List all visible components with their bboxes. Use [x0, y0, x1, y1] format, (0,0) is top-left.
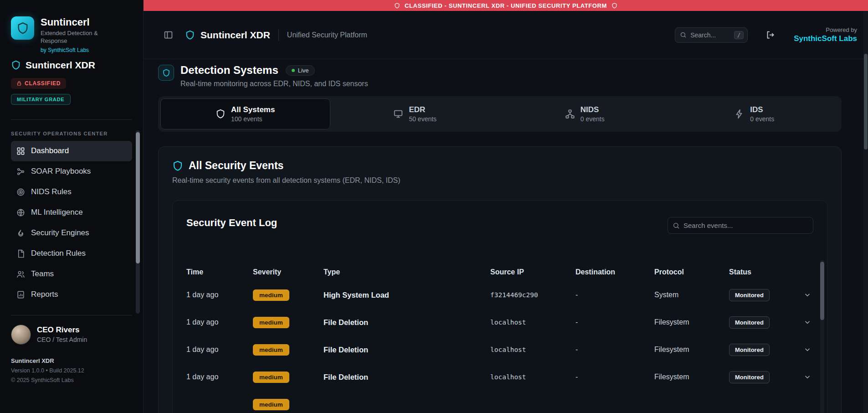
- logout-button[interactable]: [764, 28, 777, 41]
- tab-all-systems[interactable]: All Systems 100 events: [160, 98, 330, 129]
- column-header-time: Time: [186, 268, 253, 276]
- header-divider: [278, 29, 279, 41]
- sidebar-scrollbar-thumb[interactable]: [136, 132, 140, 263]
- status-badge: Monitored: [729, 371, 770, 383]
- column-header-destination: Destination: [575, 268, 654, 276]
- target-icon: [16, 188, 25, 196]
- page-scrollbar[interactable]: [863, 11, 868, 413]
- chevron-down-icon[interactable]: [803, 346, 813, 354]
- tab-ids[interactable]: IDS 0 events: [670, 98, 840, 129]
- report-icon: [16, 290, 25, 299]
- classified-banner: CLASSIFIED - SUNTINCERL XDR - UNIFIED SE…: [144, 0, 868, 11]
- network-icon: [565, 109, 575, 119]
- status-badge: Monitored: [729, 289, 770, 301]
- severity-badge: medium: [253, 399, 289, 410]
- global-search[interactable]: /: [675, 27, 748, 43]
- page-subtitle: Real-time monitoring across EDR, NIDS, a…: [180, 80, 368, 88]
- sidebar-item-security-engines[interactable]: Security Engines: [11, 223, 132, 243]
- page-scrollbar-thumb[interactable]: [864, 54, 868, 150]
- sidebar-scrollbar[interactable]: [136, 130, 140, 314]
- classified-badge: CLASSIFIED: [11, 78, 66, 89]
- events-search[interactable]: [668, 217, 813, 234]
- search-icon: [680, 31, 687, 38]
- security-events-card: All Security Events Real-time security e…: [158, 146, 842, 413]
- table-scrollbar-thumb[interactable]: [820, 262, 824, 320]
- sidebar-item-soar-playbooks[interactable]: SOAR Playbooks: [11, 161, 132, 182]
- panel-left-icon: [164, 30, 173, 40]
- workflow-icon: [16, 167, 25, 176]
- sidebar-item-ml-intelligence[interactable]: ML Intelligence: [11, 202, 132, 223]
- table-row[interactable]: 1 day ago medium High System Load f32144…: [186, 281, 813, 309]
- user-role: CEO / Test Admin: [37, 336, 87, 343]
- table-header: Time Severity Type Source IP Destination…: [186, 263, 813, 281]
- shield-icon: [216, 109, 226, 119]
- sidebar-item-teams[interactable]: Teams: [11, 264, 132, 284]
- event-log-title: Security Event Log: [186, 217, 277, 229]
- powered-by-block: Powered by SynthicSoft Labs: [794, 26, 857, 43]
- sidebar: Suntincerl Extended Detection & Response…: [0, 0, 144, 413]
- sidebar-item-reports[interactable]: Reports: [11, 284, 132, 305]
- shield-icon: [11, 60, 21, 70]
- file-icon: [16, 249, 25, 258]
- logo-subtitle: Extended Detection & Response: [41, 30, 116, 45]
- sidebar-item-dashboard[interactable]: Dashboard: [11, 141, 132, 161]
- severity-badge: medium: [253, 317, 289, 328]
- grid-icon: [16, 147, 25, 155]
- severity-badge: medium: [253, 372, 289, 383]
- shield-icon: [172, 160, 183, 171]
- avatar: [11, 325, 31, 345]
- table-row-partial[interactable]: medium: [186, 391, 813, 413]
- sidebar-nav: Dashboard SOAR Playbooks NIDS Rules ML I…: [11, 141, 132, 305]
- column-header-source-ip: Source IP: [490, 268, 575, 276]
- column-header-type: Type: [324, 268, 490, 276]
- sidebar-toggle-button[interactable]: [162, 28, 175, 41]
- shield-icon: [185, 30, 195, 40]
- brand-tagline: Unified Security Platform: [287, 31, 367, 39]
- card-subtitle: Real-time security events from all detec…: [172, 176, 827, 185]
- page-title: Detection Systems: [180, 64, 278, 77]
- logo-title: Suntincerl: [41, 16, 116, 28]
- chevron-down-icon[interactable]: [803, 373, 813, 381]
- column-header-severity: Severity: [253, 268, 324, 276]
- sidebar-footer: Suntincerl XDR Version 1.0.0 • Build 202…: [11, 357, 132, 383]
- live-dot: [292, 69, 295, 72]
- tab-edr[interactable]: EDR 50 events: [330, 98, 500, 129]
- sidebar-item-detection-rules[interactable]: Detection Rules: [11, 243, 132, 264]
- top-bar: Suntincerl XDR Unified Security Platform…: [144, 11, 868, 59]
- card-title: All Security Events: [189, 160, 283, 172]
- chevron-down-icon[interactable]: [803, 291, 813, 299]
- logout-icon: [766, 30, 776, 40]
- sidebar-item-nids-rules[interactable]: NIDS Rules: [11, 182, 132, 202]
- lock-icon: [16, 81, 22, 86]
- column-header-protocol: Protocol: [654, 268, 729, 276]
- shield-icon: [158, 65, 174, 81]
- search-shortcut-key: /: [734, 31, 744, 39]
- app-logo-block: Suntincerl Extended Detection & Response…: [11, 16, 132, 53]
- search-icon: [673, 222, 680, 229]
- table-row[interactable]: 1 day ago medium File Deletion localhost…: [186, 363, 813, 391]
- severity-badge: medium: [253, 344, 289, 356]
- brand-title: Suntincerl XDR: [200, 30, 270, 41]
- tab-nids[interactable]: NIDS 0 events: [500, 98, 670, 129]
- table-scrollbar[interactable]: [820, 260, 824, 413]
- logo-byline: by SynthicSoft Labs: [41, 47, 116, 53]
- user-name: CEO Rivers: [37, 325, 87, 335]
- chevron-down-icon[interactable]: [803, 318, 813, 326]
- user-profile[interactable]: CEO Rivers CEO / Test Admin: [11, 315, 132, 345]
- detection-system-tabs: All Systems 100 events EDR 50 events N: [158, 96, 842, 132]
- search-input[interactable]: [690, 31, 730, 39]
- users-icon: [16, 270, 25, 279]
- table-row[interactable]: 1 day ago medium File Deletion localhost…: [186, 309, 813, 336]
- shield-icon: [394, 3, 400, 9]
- page-content: Detection Systems Live Real-time monitor…: [144, 59, 868, 413]
- severity-badge: medium: [253, 289, 289, 301]
- events-search-input[interactable]: [683, 222, 809, 229]
- page-header: Detection Systems Live Real-time monitor…: [158, 64, 842, 88]
- table-row[interactable]: 1 day ago medium File Deletion localhost…: [186, 336, 813, 363]
- lightning-icon: [734, 109, 745, 119]
- shield-icon: [16, 22, 29, 35]
- main-area: CLASSIFIED - SUNTINCERL XDR - UNIFIED SE…: [144, 0, 868, 413]
- powered-brand-link[interactable]: SynthicSoft Labs: [794, 34, 857, 43]
- status-badge: Monitored: [729, 316, 770, 329]
- live-badge: Live: [286, 65, 315, 76]
